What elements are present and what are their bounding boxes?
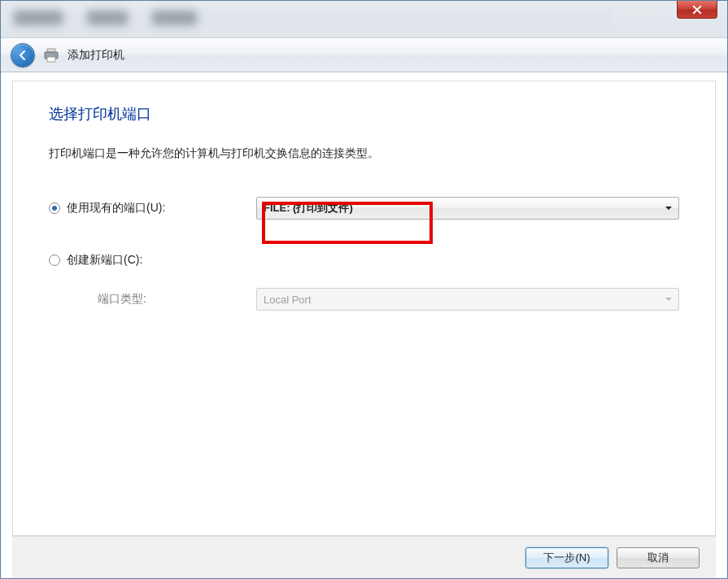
close-button[interactable] xyxy=(677,1,717,19)
page-heading: 选择打印机端口 xyxy=(49,104,679,124)
select-existing-port[interactable]: FILE: (打印到文件) xyxy=(256,197,679,220)
select-port-type-value: Local Port xyxy=(264,294,312,306)
chevron-down-icon xyxy=(665,298,672,301)
arrow-left-icon xyxy=(16,49,29,62)
label-port-type: 端口类型: xyxy=(49,292,256,307)
select-existing-port-value: FILE: (打印到文件) xyxy=(264,201,353,215)
cancel-button[interactable]: 取消 xyxy=(617,547,700,568)
add-printer-wizard-window: 添加打印机 选择打印机端口 打印机端口是一种允许您的计算机与打印机交换信息的连接… xyxy=(0,0,728,579)
svg-point-3 xyxy=(54,54,56,55)
titlebar-blur-area xyxy=(9,11,613,28)
content-panel: 选择打印机端口 打印机端口是一种允许您的计算机与打印机交换信息的连接类型。 使用… xyxy=(12,81,716,536)
close-icon xyxy=(692,5,702,15)
content-wrap: 选择打印机端口 打印机端口是一种允许您的计算机与打印机交换信息的连接类型。 使用… xyxy=(1,72,727,578)
page-description: 打印机端口是一种允许您的计算机与打印机交换信息的连接类型。 xyxy=(49,146,679,161)
next-button[interactable]: 下一步(N) xyxy=(525,547,608,568)
option-create-new-port-row: 创建新端口(C): xyxy=(49,246,679,275)
wizard-footer: 下一步(N) 取消 xyxy=(12,536,716,578)
radio-create-new-port[interactable] xyxy=(49,255,60,266)
label-use-existing-port: 使用现有的端口(U): xyxy=(67,201,165,215)
select-port-type: Local Port xyxy=(256,288,679,311)
svg-rect-2 xyxy=(47,57,55,62)
wizard-title: 添加打印机 xyxy=(68,48,124,63)
option-use-existing-port-row: 使用现有的端口(U): FILE: (打印到文件) xyxy=(49,194,679,223)
label-create-new-port: 创建新端口(C): xyxy=(67,253,142,268)
svg-rect-0 xyxy=(47,49,55,52)
titlebar xyxy=(1,1,727,38)
chevron-down-icon xyxy=(665,207,672,210)
radio-use-existing-port[interactable] xyxy=(49,202,60,214)
back-button[interactable] xyxy=(11,43,35,67)
wizard-header: 添加打印机 xyxy=(1,38,727,72)
printer-icon xyxy=(43,48,59,63)
port-type-row: 端口类型: Local Port xyxy=(49,285,679,314)
